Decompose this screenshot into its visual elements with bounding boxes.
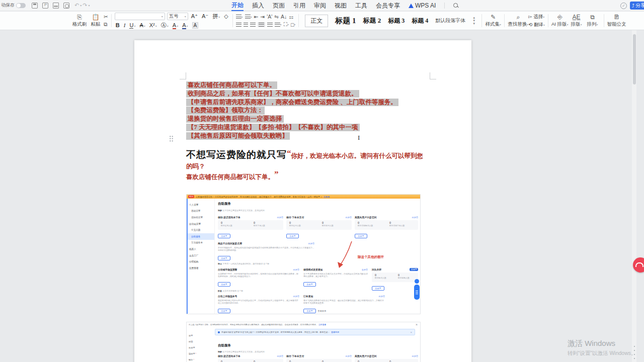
sort-button[interactable]: A↓ bbox=[281, 14, 287, 20]
service-card[interactable]: 高意向用户大促召回已开启 0昨日召回触达人数 0昨日召回下单人数 去设置 bbox=[355, 216, 418, 239]
highlight-color-button[interactable]: A▾ bbox=[172, 22, 179, 28]
service-card[interactable]: 催拍·进店咨询未下单已开启 0昨日催拍人数 0昨日下单人数 去设置 bbox=[218, 216, 283, 239]
redo-icon[interactable]: ↷ bbox=[83, 2, 87, 9]
redo-dropdown-icon[interactable]: ▾ bbox=[88, 4, 90, 7]
font-color-button[interactable]: A▾ bbox=[181, 22, 189, 28]
highlighted-line[interactable]: 【7 天无理由退货退款】【多拍-错拍】【不喜欢】的其中一项 bbox=[186, 124, 360, 131]
superscript-button[interactable]: X²▾ bbox=[148, 22, 158, 28]
ai-layout-button[interactable]: ⎆ AI 排版▾ bbox=[551, 14, 569, 28]
tab-wps-ai[interactable]: WPS AI bbox=[409, 0, 436, 11]
save-icon[interactable] bbox=[32, 3, 38, 9]
font-size-combo[interactable]: 五号▾ bbox=[167, 13, 188, 20]
card-status-link[interactable]: 已开启 bbox=[277, 355, 283, 357]
strikethrough-button[interactable]: A▾ bbox=[138, 22, 146, 28]
sidebar-item-app-management[interactable]: 应用管理 bbox=[187, 265, 214, 272]
print-icon[interactable] bbox=[53, 3, 59, 9]
undo-dropdown-icon[interactable]: ▾ bbox=[80, 4, 82, 7]
highlighted-paragraph[interactable]: 喜欢店铺任何商品都可以下单。 收到商品之后，如果有【任何】不喜欢都可以申请退货退… bbox=[186, 81, 398, 140]
enclose-char-button[interactable]: Ⓐ▾ bbox=[160, 22, 170, 29]
sidebar-item[interactable]: 设置 bbox=[187, 332, 215, 338]
highlighted-line[interactable]: 喜欢店铺任何商品都可以下单。 bbox=[186, 81, 277, 89]
undo-icon[interactable]: ↶ bbox=[74, 2, 79, 9]
share-button[interactable]: ⤴ 分享 bbox=[630, 2, 644, 10]
service-card[interactable]: 催付·下单未支付已开启 0 0 bbox=[286, 354, 352, 362]
sidebar-item-member-factory[interactable]: 会员工厂 bbox=[187, 252, 214, 259]
promo-banner[interactable]: 双11 让客服经营更轻松！大促前设置好自动化回复，常见问题快速响应，减轻客服压力… bbox=[187, 195, 421, 199]
sidebar-item-personal-settings[interactable]: 个人设置 bbox=[187, 202, 214, 208]
font-name-combo[interactable]: ▾ bbox=[115, 13, 165, 20]
layout-button[interactable]: A̲E̲ 排版▾ bbox=[569, 14, 585, 28]
service-card[interactable]: 自动城市物流预警已开启 当消费者下单后，目的地城市物流出现异常时，系统将自动发送… bbox=[218, 268, 299, 287]
tab-insert[interactable]: 插入 bbox=[252, 0, 264, 11]
select-button[interactable]: ▻ 选择▾ bbox=[528, 14, 545, 20]
card-status-link[interactable]: 已开启 bbox=[293, 268, 299, 271]
card-status-link[interactable]: 已开启 bbox=[345, 355, 352, 357]
service-card[interactable]: 催付·下单未支付已开启 0昨日催付人数 0昨日支付人数 去设置 bbox=[286, 216, 352, 239]
floating-service-widget[interactable] bbox=[414, 279, 420, 300]
shrink-font-button[interactable]: A⁻ bbox=[201, 13, 209, 20]
translate-button[interactable]: ⟲ 翻译▾ bbox=[528, 22, 545, 28]
service-card[interactable]: 订单通知已开启 通过飞鸽向消费者自动推送订单状态、确认收货提醒等消息，减少买家询… bbox=[303, 295, 385, 314]
sidebar-item-automation-settings[interactable]: 自动化设置 bbox=[187, 221, 214, 227]
grow-font-button[interactable]: A⁺ bbox=[190, 13, 199, 20]
sidebar-item-self-service[interactable]: 自助服务 bbox=[187, 233, 214, 240]
tab-home[interactable]: 开始 bbox=[231, 0, 244, 11]
embedded-screenshot-2[interactable]: 已上线【效率版】功能，在智能服务特殊场景，系统会智能识别消费者问题并解决，减轻客… bbox=[186, 322, 421, 362]
highlighted-line[interactable]: 【其他售后原因可能会领取失败哟】 bbox=[186, 132, 290, 140]
setup-button[interactable]: 去设置 bbox=[218, 234, 230, 238]
clear-format-button[interactable]: ◇ bbox=[223, 13, 229, 20]
paragraph-drag-handle-icon[interactable] bbox=[169, 135, 174, 142]
document-page[interactable]: 喜欢店铺任何商品都可以下单。 收到商品之后，如果有【任何】不喜欢都可以申请退货退… bbox=[134, 40, 471, 362]
bullet-list-button[interactable]: ▾ bbox=[236, 15, 243, 19]
styles-more-icon[interactable]: ▼ bbox=[472, 23, 475, 25]
format-painter-button[interactable]: ⎘ 格式刷 bbox=[71, 14, 88, 28]
print-preview-icon[interactable] bbox=[63, 3, 69, 9]
sidebar-item-basic-settings[interactable]: 基础设置 bbox=[187, 208, 214, 215]
align-left-button[interactable] bbox=[236, 23, 242, 27]
service-card[interactable]: 自动上传物流单号已开启 将您常用快递公司的运单号自动同步至订单，自动识别揽收并上… bbox=[218, 295, 299, 314]
card-status-link[interactable]: 已开启 bbox=[412, 216, 418, 219]
italic-button[interactable]: I bbox=[123, 22, 127, 28]
style-heading1[interactable]: 标题 1 bbox=[335, 16, 356, 26]
card-status-link[interactable]: 已开启 bbox=[412, 355, 418, 357]
help-floating-button[interactable] bbox=[633, 257, 644, 273]
setup-button[interactable]: 去设置 bbox=[218, 282, 230, 287]
export-pdf-icon[interactable] bbox=[42, 3, 48, 9]
card-status-link[interactable]: 已开启 bbox=[277, 216, 283, 219]
style-heading2[interactable]: 标题 2 bbox=[363, 16, 381, 25]
align-center-button[interactable] bbox=[244, 23, 248, 27]
sidebar-item-distribution[interactable]: 分销机构 bbox=[187, 258, 214, 265]
sidebar-item-reception-settings[interactable]: 接待组设置 bbox=[187, 214, 214, 221]
view-effect-link[interactable]: 查看效果 bbox=[318, 310, 327, 312]
card-status-link[interactable]: 去开启 bbox=[361, 268, 368, 271]
card-status-link[interactable]: 已开启 bbox=[293, 295, 299, 298]
promo-link[interactable]: 去看看 bbox=[324, 196, 330, 198]
tab-review[interactable]: 审阅 bbox=[314, 0, 326, 11]
smart-doc-button[interactable]: 🖹 智能公文 bbox=[607, 14, 626, 28]
highlighted-line[interactable]: 【免费运费险】领取方法： bbox=[186, 107, 265, 114]
decrease-indent-button[interactable]: ⇤ bbox=[254, 14, 259, 20]
align-right-button[interactable] bbox=[250, 23, 256, 27]
shading-button[interactable]: ⛶▾ bbox=[284, 21, 289, 28]
style-set-button[interactable]: ✎ 样式集▾ bbox=[485, 14, 501, 28]
service-card[interactable]: 高意向用户大促召回已开启 0 0 bbox=[355, 354, 418, 362]
highlighted-line[interactable]: 【申请售后前请先联系商家】，商家会赠送免费运费险 、上门取件等服务。 bbox=[186, 99, 398, 106]
numbered-list-button[interactable]: ▾ bbox=[245, 15, 252, 19]
paste-button[interactable]: 📋 粘贴 bbox=[88, 14, 104, 28]
char-shading-button[interactable]: A bbox=[191, 22, 200, 29]
text-direction-button[interactable]: ⇋ bbox=[274, 14, 279, 20]
card-status-link[interactable]: 已开启 bbox=[378, 295, 385, 298]
service-card[interactable]: 催拍·进店咨询未下单已开启 0 0 bbox=[218, 354, 283, 362]
highlighted-line[interactable]: 退换货的时候售后理由一定要选择 bbox=[186, 115, 284, 123]
char-scale-button[interactable]: 'A' bbox=[267, 14, 272, 20]
cut-button[interactable]: ✂ bbox=[104, 14, 108, 20]
search-icon[interactable] bbox=[453, 3, 459, 9]
setup-button[interactable]: 去设置 bbox=[355, 234, 367, 238]
service-card[interactable]: 商品卡自动回复获点赞已开启 开启这项服务后，系统会根据您店铺的咨询场景自动回复消… bbox=[218, 242, 314, 261]
scrollbar-thumb[interactable] bbox=[633, 34, 636, 84]
setup-button[interactable]: 去设置 bbox=[218, 256, 230, 260]
autosave-control[interactable]: 动保存 bbox=[1, 2, 26, 9]
sidebar-item[interactable]: 场设置* bbox=[187, 350, 215, 356]
setup-button[interactable]: 去设置 bbox=[286, 234, 299, 238]
setup-button[interactable]: 去设置 bbox=[303, 282, 316, 287]
